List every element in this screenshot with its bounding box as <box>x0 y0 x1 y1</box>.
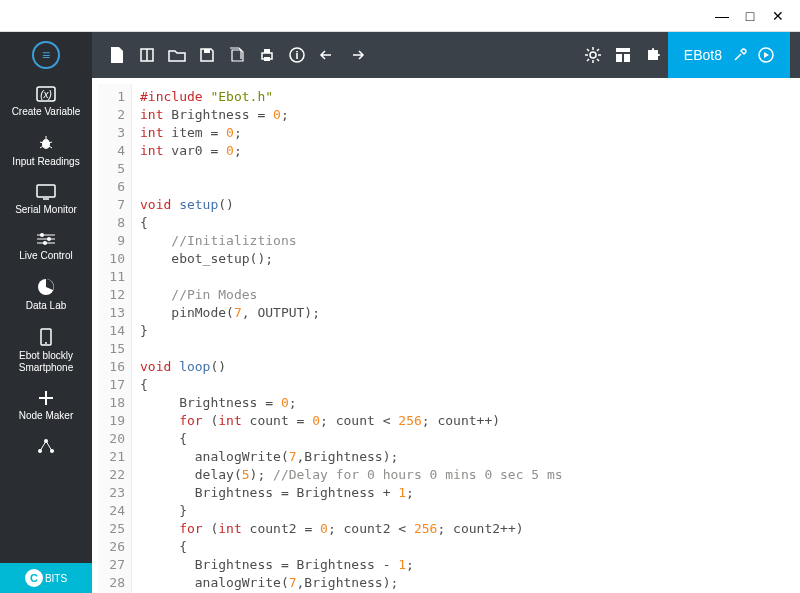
sidebar-item-label: Serial Monitor <box>15 204 77 216</box>
sidebar: ≡ (x) Create Variable Input Readings Ser… <box>0 32 92 593</box>
plus-icon <box>38 390 54 406</box>
info-button[interactable]: i <box>282 40 312 70</box>
save-icon <box>199 47 215 63</box>
svg-point-18 <box>45 342 47 344</box>
new-file-button[interactable] <box>102 40 132 70</box>
tab-title: EBot8 <box>684 47 722 63</box>
window-close[interactable]: ✕ <box>764 5 792 27</box>
variable-icon: (x) <box>36 86 56 102</box>
bits-c-icon: C <box>25 569 43 587</box>
window-maximize[interactable]: □ <box>736 5 764 27</box>
line-gutter: 1234567891011121314151617181920212223242… <box>98 84 132 593</box>
monitor-icon <box>36 184 56 200</box>
bits-badge[interactable]: C BITS <box>0 563 92 593</box>
sidebar-item-label: Input Readings <box>12 156 79 168</box>
svg-rect-34 <box>616 54 622 62</box>
window-minimize[interactable]: — <box>708 5 736 27</box>
settings-button[interactable] <box>578 40 608 70</box>
play-icon <box>758 47 774 63</box>
logo-icon: ≡ <box>32 41 60 69</box>
svg-line-6 <box>40 146 43 148</box>
gear-icon <box>584 46 602 64</box>
sliders-icon <box>37 232 55 246</box>
save-all-button[interactable] <box>222 40 252 70</box>
smartphone-icon <box>40 328 52 346</box>
svg-point-15 <box>43 241 47 245</box>
plugin-button[interactable] <box>638 40 668 70</box>
ebot-tab[interactable]: EBot8 <box>668 32 790 78</box>
bits-label: BITS <box>45 573 67 584</box>
redo-button[interactable] <box>342 40 372 70</box>
undo-icon <box>319 49 335 61</box>
save-all-icon <box>228 46 246 64</box>
svg-line-24 <box>40 441 46 451</box>
book-icon <box>139 47 155 63</box>
svg-rect-8 <box>37 185 55 197</box>
svg-text:i: i <box>295 49 298 61</box>
svg-point-11 <box>40 233 44 237</box>
layout-icon <box>615 47 631 63</box>
sidebar-item-input-readings[interactable]: Input Readings <box>0 126 92 176</box>
print-icon <box>259 47 275 63</box>
app-logo: ≡ <box>0 32 92 78</box>
code-content[interactable]: #include "Ebot.h"int Brightness = 0;int … <box>132 84 800 593</box>
sidebar-item-label: Ebot blockly Smartphone <box>2 350 90 374</box>
book-button[interactable] <box>132 40 162 70</box>
sidebar-item-live-control[interactable]: Live Control <box>0 224 92 270</box>
pie-chart-icon <box>37 278 55 296</box>
svg-line-25 <box>46 441 52 451</box>
file-icon <box>109 46 125 64</box>
network-icon <box>37 438 55 454</box>
sidebar-item-label: Live Control <box>19 250 72 262</box>
code-editor[interactable]: 1234567891011121314151617181920212223242… <box>98 84 800 593</box>
sidebar-item-serial-monitor[interactable]: Serial Monitor <box>0 176 92 224</box>
sidebar-item-label: Node Maker <box>19 410 73 422</box>
save-button[interactable] <box>192 40 222 70</box>
sidebar-item-ebot-blockly-smartphone[interactable]: Ebot blockly Smartphone <box>0 320 92 382</box>
info-icon: i <box>289 47 305 63</box>
svg-line-7 <box>49 146 52 148</box>
svg-point-2 <box>42 139 50 149</box>
sidebar-item-label: Create Variable <box>12 106 81 118</box>
tools-icon <box>732 47 748 63</box>
undo-button[interactable] <box>312 40 342 70</box>
sidebar-item-data-lab[interactable]: Data Lab <box>0 270 92 320</box>
toolbar: i EBot8 <box>92 32 800 78</box>
svg-rect-33 <box>616 48 630 52</box>
window-titlebar: — □ ✕ <box>0 0 800 32</box>
folder-open-icon <box>168 48 186 62</box>
puzzle-icon <box>645 47 661 63</box>
open-button[interactable] <box>162 40 192 70</box>
redo-icon <box>349 49 365 61</box>
svg-text:(x): (x) <box>40 89 52 100</box>
svg-rect-35 <box>624 54 630 62</box>
sidebar-item-node-maker[interactable]: Node Maker <box>0 382 92 430</box>
sidebar-item-create-variable[interactable]: (x) Create Variable <box>0 78 92 126</box>
svg-point-32 <box>590 52 596 58</box>
print-button[interactable] <box>252 40 282 70</box>
svg-rect-26 <box>204 49 210 53</box>
sidebar-item-label: Data Lab <box>26 300 67 312</box>
svg-rect-28 <box>264 49 270 53</box>
layout-button[interactable] <box>608 40 638 70</box>
svg-rect-29 <box>264 57 270 61</box>
svg-point-13 <box>47 237 51 241</box>
bug-icon <box>37 134 55 152</box>
sidebar-item-network[interactable] <box>0 430 92 466</box>
